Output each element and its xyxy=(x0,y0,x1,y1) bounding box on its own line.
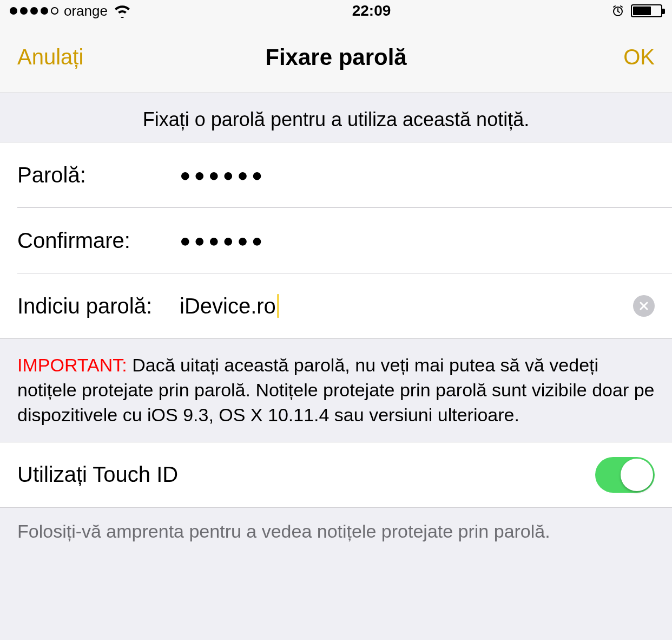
touchid-row[interactable]: Utilizați Touch ID xyxy=(0,442,672,507)
touchid-footer-text: Folosiți-vă amprenta pentru a vedea noti… xyxy=(0,508,672,555)
important-prefix: IMPORTANT: xyxy=(17,355,127,375)
done-button[interactable]: OK xyxy=(546,45,655,69)
status-bar: orange 22:09 xyxy=(0,0,672,22)
confirm-row[interactable]: Confirmare: ●●●●●● xyxy=(0,208,672,273)
confirm-field[interactable]: ●●●●●● xyxy=(180,230,655,251)
text-cursor xyxy=(277,294,279,318)
hint-label: Indiciu parolă: xyxy=(17,294,180,318)
touchid-label: Utilizați Touch ID xyxy=(17,462,178,487)
wifi-icon xyxy=(113,4,131,18)
signal-strength-icon xyxy=(10,7,58,15)
cancel-button[interactable]: Anulați xyxy=(17,45,126,69)
hint-row[interactable]: Indiciu parolă: iDevice.ro xyxy=(0,273,672,338)
page-title: Fixare parolă xyxy=(126,44,546,70)
touchid-toggle[interactable] xyxy=(595,457,655,493)
status-time: 22:09 xyxy=(131,2,611,19)
password-field[interactable]: ●●●●●● xyxy=(180,165,655,186)
clear-text-button[interactable] xyxy=(633,295,655,317)
hint-field[interactable]: iDevice.ro xyxy=(180,294,276,318)
battery-icon xyxy=(631,4,662,17)
touchid-group: Utilizați Touch ID xyxy=(0,442,672,508)
confirm-label: Confirmare: xyxy=(17,228,180,253)
navigation-bar: Anulați Fixare parolă OK xyxy=(0,22,672,93)
password-form-group: Parolă: ●●●●●● Confirmare: ●●●●●● Indici… xyxy=(0,142,672,339)
section-prompt: Fixați o parolă pentru a utiliza această… xyxy=(0,93,672,142)
alarm-icon xyxy=(611,4,624,17)
carrier-name: orange xyxy=(64,3,108,19)
important-note: IMPORTANT: Dacă uitați această parolă, n… xyxy=(0,339,672,442)
password-row[interactable]: Parolă: ●●●●●● xyxy=(0,142,672,207)
password-label: Parolă: xyxy=(17,163,180,187)
